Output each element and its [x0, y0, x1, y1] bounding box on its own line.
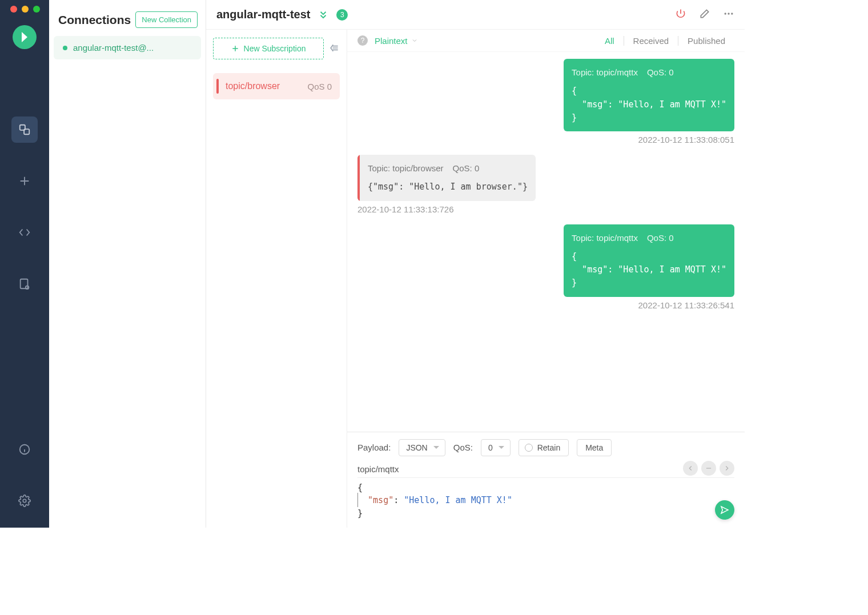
- sidebar-title: Connections: [58, 13, 131, 27]
- history-next-button[interactable]: [720, 461, 734, 476]
- message-qos: QoS: 0: [453, 162, 480, 175]
- message-topic: Topic: topic/browser: [368, 162, 444, 175]
- nav-add[interactable]: [11, 168, 38, 194]
- history-mid-button[interactable]: [701, 461, 716, 476]
- subscription-qos: QoS 0: [307, 82, 332, 91]
- filter-all[interactable]: All: [596, 36, 624, 46]
- connection-name: angular-mqtt-test@...: [73, 43, 154, 53]
- connection-status-dot: [63, 46, 67, 50]
- connections-sidebar: Connections New Collection angular-mqtt-…: [49, 0, 206, 528]
- message-timestamp: 2022-10-12 11:33:26:541: [638, 300, 734, 310]
- more-button[interactable]: [723, 8, 734, 21]
- message-topic: Topic: topic/mqttx: [572, 231, 638, 244]
- message-bubble: Topic: topic/mqttxQoS: 0{ "msg": "Hello,…: [564, 224, 734, 297]
- meta-button[interactable]: Meta: [577, 439, 612, 456]
- expand-down-icon[interactable]: [318, 10, 328, 20]
- message-row: Topic: topic/browserQoS: 0{"msg": "Hello…: [357, 155, 734, 214]
- payload-label: Payload:: [357, 443, 391, 452]
- payload-editor[interactable]: { "msg": "Hello, I am MQTT X!"}: [357, 481, 734, 520]
- window-maximize[interactable]: [33, 6, 40, 13]
- format-select[interactable]: Plaintext: [375, 36, 418, 46]
- message-topic: Topic: topic/mqttx: [572, 66, 638, 79]
- message-count-badge: 3: [336, 9, 348, 21]
- message-payload: {"msg": "Hello, I am browser."}: [368, 180, 528, 194]
- connection-item[interactable]: angular-mqtt-test@...: [54, 36, 201, 59]
- collapse-subs-icon[interactable]: [328, 42, 340, 55]
- svg-point-8: [731, 13, 733, 14]
- composer: Payload: JSON QoS: 0 Retain Meta: [347, 432, 745, 528]
- svg-point-7: [728, 13, 729, 14]
- svg-rect-2: [21, 279, 28, 289]
- topic-input[interactable]: [357, 464, 726, 474]
- app-logo: [13, 25, 37, 49]
- connection-title: angular-mqtt-test: [216, 8, 310, 21]
- messages-toolbar: ? Plaintext All Received Published: [347, 30, 745, 52]
- subscription-item[interactable]: topic/browser QoS 0: [213, 73, 340, 99]
- subscription-topic: topic/browser: [226, 81, 280, 91]
- edit-button[interactable]: [699, 8, 710, 21]
- message-bubble: Topic: topic/mqttxQoS: 0{ "msg": "Hello,…: [564, 59, 734, 131]
- disconnect-button[interactable]: [675, 8, 686, 21]
- filter-published[interactable]: Published: [678, 36, 734, 46]
- message-qos: QoS: 0: [647, 231, 674, 244]
- nav-connections[interactable]: [11, 116, 38, 143]
- new-subscription-label: New Subscription: [244, 44, 306, 53]
- message-bubble: Topic: topic/browserQoS: 0{"msg": "Hello…: [357, 155, 536, 201]
- retain-label: Retain: [537, 443, 560, 452]
- history-prev-button[interactable]: [683, 461, 698, 476]
- message-timestamp: 2022-10-12 11:33:13:726: [357, 204, 453, 214]
- new-collection-button[interactable]: New Collection: [135, 11, 198, 28]
- message-payload: { "msg": "Hello, I am MQTT X!" }: [572, 250, 726, 290]
- connection-header: angular-mqtt-test 3: [206, 0, 745, 30]
- qos-label: QoS:: [453, 443, 473, 452]
- nav-scripts[interactable]: [11, 219, 38, 246]
- payload-format-select[interactable]: JSON: [399, 439, 445, 456]
- format-label: Plaintext: [375, 36, 408, 46]
- svg-point-5: [23, 499, 26, 503]
- message-payload: { "msg": "Hello, I am MQTT X!" }: [572, 85, 726, 124]
- nav-log[interactable]: [11, 271, 38, 297]
- radio-icon: [525, 444, 533, 452]
- window-close[interactable]: [10, 6, 17, 13]
- window-minimize[interactable]: [22, 6, 29, 13]
- nav-about[interactable]: [11, 436, 38, 463]
- nav-rail: [0, 0, 49, 528]
- qos-select[interactable]: 0: [481, 439, 511, 456]
- send-button[interactable]: [715, 500, 734, 520]
- messages-list[interactable]: Topic: topic/mqttxQoS: 0{ "msg": "Hello,…: [347, 52, 745, 432]
- nav-settings[interactable]: [11, 488, 38, 514]
- message-qos: QoS: 0: [647, 66, 674, 79]
- new-subscription-button[interactable]: New Subscription: [213, 38, 324, 59]
- retain-toggle[interactable]: Retain: [519, 439, 569, 456]
- message-row: Topic: topic/mqttxQoS: 0{ "msg": "Hello,…: [357, 59, 734, 144]
- chevron-down-icon: [411, 37, 418, 44]
- subscriptions-panel: New Subscription topic/browser QoS 0: [206, 30, 347, 528]
- svg-point-6: [725, 13, 726, 14]
- filter-received[interactable]: Received: [624, 36, 678, 46]
- message-row: Topic: topic/mqttxQoS: 0{ "msg": "Hello,…: [357, 224, 734, 310]
- message-timestamp: 2022-10-12 11:33:08:051: [638, 135, 734, 144]
- help-icon[interactable]: ?: [357, 35, 368, 46]
